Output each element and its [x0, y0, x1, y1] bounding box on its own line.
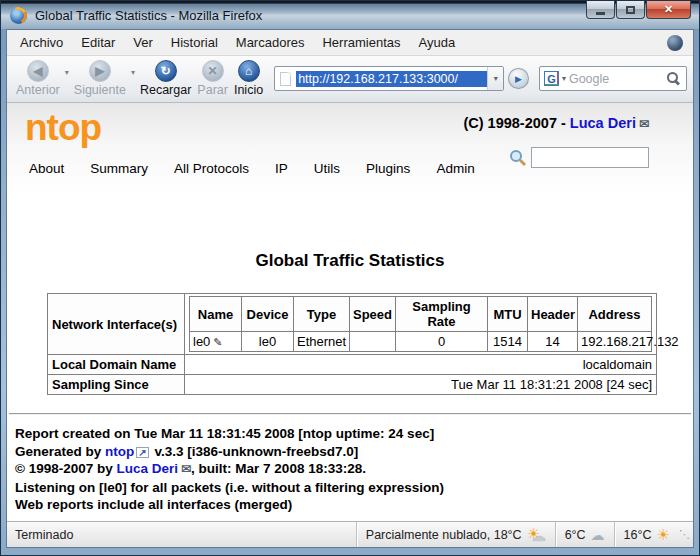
copyright-line: (C) 1998-2007 - Luca Deri✉ — [463, 115, 649, 131]
menu-ayuda[interactable]: Ayuda — [409, 31, 464, 54]
nav-ip[interactable]: IP — [275, 161, 288, 176]
nav-all-protocols[interactable]: All Protocols — [174, 161, 249, 176]
col-name: Name — [190, 297, 242, 332]
title-bar: Global Traffic Statistics - Mozilla Fire… — [1, 1, 699, 29]
nav-summary[interactable]: Summary — [90, 161, 148, 176]
footer-divider — [9, 413, 691, 415]
magnifier-icon — [510, 150, 526, 166]
back-icon: ◀ — [27, 60, 49, 82]
menu-ver[interactable]: Ver — [124, 31, 162, 54]
temp-high-text: 16°C — [624, 528, 652, 542]
report-footer: Report created on Tue Mar 11 18:31:45 20… — [15, 425, 693, 514]
cell-sampling-since-value: Tue Mar 11 18:31:21 2008 [24 sec] — [185, 375, 657, 395]
cell-device: le0 — [242, 332, 294, 352]
forward-history-dropdown[interactable]: ▾ — [129, 68, 137, 77]
home-button[interactable]: ⌂ Inicio — [231, 59, 266, 98]
nav-about[interactable]: About — [29, 161, 64, 176]
search-bar[interactable]: G ▾ Google — [539, 66, 687, 91]
row-label-domain: Local Domain Name — [48, 355, 185, 375]
menu-historial[interactable]: Historial — [162, 31, 227, 54]
reload-label: Recargar — [140, 83, 191, 97]
cell-address: 192.168.217.132 — [578, 332, 652, 352]
maximize-button[interactable] — [616, 1, 645, 19]
back-label: Anterior — [16, 83, 60, 97]
forward-label: Siguiente — [74, 83, 126, 97]
status-bar: Terminado Parcialmente nublado, 18°C ☀ ☁… — [7, 521, 693, 547]
footer-line-webreports: Web reports include all interfaces (merg… — [15, 496, 693, 514]
weather-high-panel[interactable]: 16°C ☀ — [614, 522, 679, 547]
search-submit-icon[interactable] — [666, 71, 681, 86]
cell-domain-value: localdomain — [185, 355, 657, 375]
window-title: Global Traffic Statistics - Mozilla Fire… — [35, 8, 262, 23]
menu-bar: Archivo Editar Ver Historial Marcadores … — [7, 30, 693, 56]
ntop-nav: About Summary All Protocols IP Utils Plu… — [29, 161, 475, 176]
search-engine-dropdown[interactable]: ▾ — [559, 74, 569, 83]
menu-herramientas[interactable]: Herramientas — [313, 31, 409, 54]
table-header-row: Name Device Type Speed Sampling Rate MTU… — [190, 297, 652, 332]
status-text: Terminado — [7, 528, 356, 542]
partly-cloudy-icon: ☀ ☁ — [527, 527, 546, 543]
footer-line-copyright: © 1998-2007 by Luca Deri✉, built: Mar 7 … — [15, 460, 693, 479]
menu-marcadores[interactable]: Marcadores — [227, 31, 314, 54]
sun-icon: ☀ — [657, 527, 670, 542]
page-content: ntop (C) 1998-2007 - Luca Deri✉ About Su… — [7, 103, 693, 521]
interfaces-table: Name Device Type Speed Sampling Rate MTU… — [189, 296, 652, 352]
cloud-icon: ☁ — [591, 528, 605, 542]
page-title: Global Traffic Statistics — [7, 251, 693, 271]
temp-low-text: 6°C — [565, 528, 586, 542]
browser-window: Global Traffic Statistics - Mozilla Fire… — [0, 0, 700, 556]
luca-deri-footer-link[interactable]: Luca Deri — [117, 461, 179, 476]
nav-plugins[interactable]: Plugins — [366, 161, 410, 176]
close-icon: ✕ — [664, 3, 673, 16]
col-device: Device — [242, 297, 294, 332]
resize-grip[interactable]: ⋱ — [679, 528, 693, 541]
url-dropdown[interactable]: ▾ — [487, 67, 503, 90]
menu-editar[interactable]: Editar — [72, 31, 124, 54]
col-type: Type — [294, 297, 350, 332]
navigation-toolbar: ◀ Anterior ▾ ▶ Siguiente ▾ ↻ Recargar ✕ … — [7, 56, 693, 103]
ntop-header: ntop (C) 1998-2007 - Luca Deri✉ About Su… — [7, 103, 693, 195]
search-input[interactable]: Google — [569, 72, 666, 86]
back-history-dropdown[interactable]: ▾ — [63, 68, 71, 77]
cell-name: le0✎ — [190, 332, 242, 352]
url-bar[interactable]: http://192.168.217.133:3000/ ▾ — [274, 66, 504, 91]
forward-icon: ▶ — [89, 60, 111, 82]
weather-low-panel[interactable]: 6°C ☁ — [555, 522, 614, 547]
email-icon: ✉ — [639, 117, 649, 131]
stop-icon: ✕ — [202, 60, 224, 82]
row-label-sampling-since: Sampling Since — [48, 375, 185, 395]
table-row: le0✎ le0 Ethernet 0 1514 14 192.168.217.… — [190, 332, 652, 352]
email-icon: ✉ — [181, 462, 191, 476]
weather-current-panel[interactable]: Parcialmente nublado, 18°C ☀ ☁ — [356, 522, 555, 547]
luca-deri-link[interactable]: Luca Deri — [570, 115, 636, 131]
stop-button[interactable]: ✕ Parar — [194, 59, 231, 98]
nav-admin[interactable]: Admin — [436, 161, 474, 176]
ntop-link[interactable]: ntop — [105, 444, 134, 459]
close-button[interactable]: ✕ — [646, 1, 691, 19]
firefox-icon — [10, 7, 27, 24]
go-button[interactable]: ▶ — [508, 68, 529, 89]
col-speed: Speed — [350, 297, 396, 332]
edit-pencil-icon[interactable]: ✎ — [213, 336, 222, 348]
reload-button[interactable]: ↻ Recargar — [137, 59, 194, 98]
page-search — [510, 147, 649, 168]
nav-utils[interactable]: Utils — [314, 161, 340, 176]
url-input[interactable]: http://192.168.217.133:3000/ — [296, 71, 487, 87]
minimize-button[interactable] — [586, 1, 615, 19]
reload-icon: ↻ — [155, 60, 177, 82]
stop-label: Parar — [197, 83, 228, 97]
col-mtu: MTU — [488, 297, 528, 332]
google-engine-icon[interactable]: G — [544, 71, 559, 86]
cell-mtu: 1514 — [488, 332, 528, 352]
menu-archivo[interactable]: Archivo — [11, 31, 72, 54]
copyright-text: (C) 1998-2007 - — [463, 115, 569, 131]
back-button[interactable]: ◀ Anterior — [13, 59, 63, 98]
cell-speed — [350, 332, 396, 352]
ntop-logo[interactable]: ntop — [25, 107, 101, 149]
home-label: Inicio — [234, 83, 263, 97]
page-search-input[interactable] — [531, 147, 649, 168]
minimize-icon — [596, 12, 605, 15]
forward-button[interactable]: ▶ Siguiente — [71, 59, 129, 98]
cell-sampling-rate: 0 — [396, 332, 488, 352]
footer-line-generated: Generated by ntop↗ v.3.3 [i386-unknown-f… — [15, 443, 693, 461]
